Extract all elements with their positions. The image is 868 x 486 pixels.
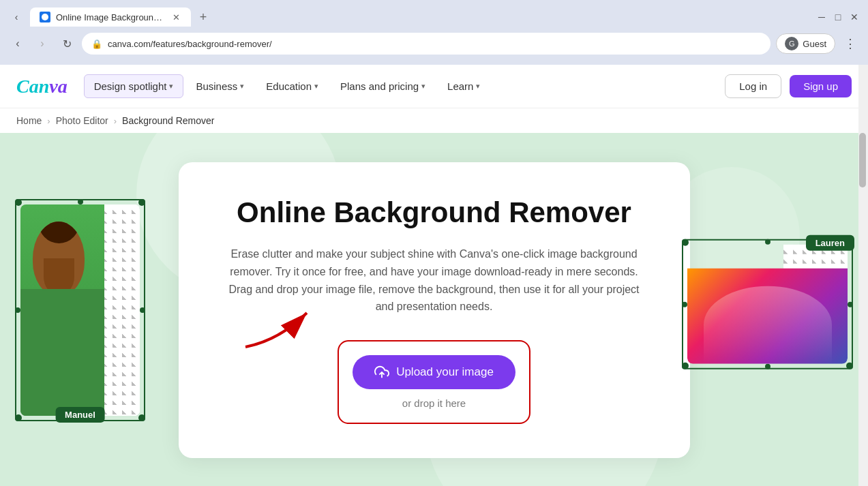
upload-drop-area[interactable]: Upload your image or drop it here [338, 340, 530, 424]
nav-label-business: Business [196, 80, 237, 92]
upload-image-button[interactable]: Upload your image [353, 355, 515, 389]
upload-button-label: Upload your image [396, 365, 494, 379]
nav-label-plans-pricing: Plans and pricing [340, 80, 419, 92]
hero-section: Manuel Online Background Remover Erase c… [0, 133, 868, 486]
chevron-down-icon: ▾ [169, 82, 173, 91]
nav-label-learn: Learn [447, 80, 473, 92]
breadcrumb: Home › Photo Editor › Background Remover [0, 108, 868, 133]
login-button[interactable]: Log in [725, 74, 781, 98]
profile-avatar: G [785, 37, 798, 50]
reload-button[interactable]: ↻ [57, 34, 76, 53]
nav-item-design-spotlight[interactable]: Design spotlight ▾ [84, 74, 184, 98]
arrow-indicator [239, 299, 320, 356]
url-bar[interactable]: 🔒 canva.com/features/background-remover/ [82, 33, 770, 55]
scrollbar[interactable] [858, 65, 868, 486]
tabs-scroll-btn[interactable]: ‹ [8, 9, 25, 25]
drop-text: or drop it here [353, 397, 515, 409]
close-window-button[interactable]: ✕ [849, 12, 860, 22]
hero-title: Online Background Remover [220, 196, 649, 229]
more-options-button[interactable]: ⋮ [841, 34, 860, 53]
scrollbar-thumb[interactable] [859, 133, 866, 187]
main-nav: Canva Design spotlight ▾ Business ▾ Educ… [0, 65, 868, 108]
nav-item-plans-pricing[interactable]: Plans and pricing ▾ [331, 75, 435, 97]
left-person-label: Manuel [55, 407, 105, 423]
chevron-down-icon: ▾ [314, 82, 318, 91]
chevron-down-icon: ▾ [476, 82, 480, 91]
signup-button[interactable]: Sign up [790, 75, 852, 97]
tab-title: Online Image Background Re... [56, 12, 165, 22]
left-person-image: Manuel [20, 204, 140, 416]
maximize-button[interactable]: □ [833, 12, 843, 22]
profile-button[interactable]: G Guest [776, 33, 835, 54]
tab-favicon [40, 12, 50, 22]
forward-button[interactable]: › [33, 34, 52, 53]
breadcrumb-sep-1: › [47, 116, 50, 126]
canva-logo[interactable]: Canva [16, 76, 68, 97]
url-text: canva.com/features/background-remover/ [108, 39, 761, 49]
svg-point-0 [42, 14, 48, 20]
tab-close-button[interactable]: ✕ [170, 12, 181, 22]
nav-item-education[interactable]: Education ▾ [256, 75, 328, 97]
breadcrumb-photo-editor[interactable]: Photo Editor [56, 115, 108, 126]
nav-item-business[interactable]: Business ▾ [186, 75, 254, 97]
active-tab[interactable]: Online Image Background Re... ✕ [30, 7, 191, 27]
new-tab-button[interactable]: + [194, 7, 213, 27]
nav-label-design-spotlight: Design spotlight [94, 80, 167, 92]
profile-label: Guest [803, 39, 826, 49]
breadcrumb-current: Background Remover [122, 115, 214, 126]
lock-icon: 🔒 [91, 39, 102, 49]
right-person-label: Lauren [806, 235, 854, 251]
nav-label-education: Education [266, 80, 312, 92]
nav-item-learn[interactable]: Learn ▾ [438, 75, 490, 97]
back-button[interactable]: ‹ [8, 34, 27, 53]
right-group-image: Lauren [687, 245, 848, 364]
chevron-down-icon: ▾ [240, 82, 244, 91]
chevron-down-icon: ▾ [421, 82, 425, 91]
breadcrumb-sep-2: › [114, 116, 117, 126]
upload-icon [374, 365, 389, 380]
minimize-button[interactable]: ─ [816, 12, 827, 22]
breadcrumb-home[interactable]: Home [16, 115, 42, 126]
